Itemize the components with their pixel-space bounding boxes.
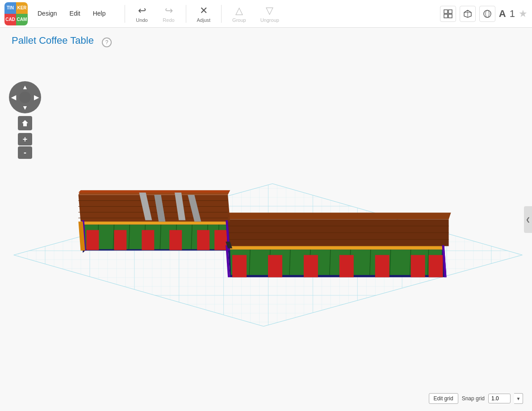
cube-icon — [463, 9, 472, 18]
3d-scene — [0, 28, 532, 411]
edit-grid-button[interactable]: Edit grid — [429, 393, 458, 404]
snap-grid-dropdown[interactable]: ▼ — [514, 393, 523, 404]
svg-rect-30 — [429, 255, 443, 277]
favorite-button[interactable]: ★ — [519, 8, 528, 20]
bottom-controls: Edit grid Snap grid ▼ — [429, 393, 523, 404]
svg-rect-3 — [448, 14, 452, 18]
group-icon: △ — [235, 5, 243, 17]
nav-down-arrow[interactable]: ▼ — [22, 104, 28, 111]
adjust-icon: ✕ — [200, 5, 208, 17]
adjust-button[interactable]: ✕ Adjust — [190, 2, 218, 25]
snap-grid-input[interactable] — [488, 394, 511, 403]
toolbar-divider-2 — [186, 5, 186, 23]
logo-tin: TIN — [4, 2, 16, 14]
ungroup-icon: ▽ — [266, 5, 273, 17]
project-title[interactable]: Pallet Coffee Table — [12, 35, 94, 46]
svg-point-8 — [486, 10, 489, 17]
svg-rect-53 — [214, 230, 227, 250]
logo-cam: CAM — [16, 14, 28, 25]
nav-edit[interactable]: Edit — [63, 0, 87, 28]
svg-rect-26 — [304, 255, 318, 277]
svg-rect-28 — [375, 255, 390, 277]
zoom-in-button[interactable]: + — [18, 133, 32, 145]
nav-help[interactable]: Help — [87, 0, 112, 28]
box-view-button[interactable] — [460, 6, 476, 22]
number-1-button[interactable]: 1 — [510, 8, 515, 20]
nav-design[interactable]: Design — [31, 0, 63, 28]
svg-point-7 — [484, 10, 491, 17]
nav-left-arrow[interactable]: ◀ — [11, 94, 16, 101]
undo-label: Undo — [136, 17, 147, 23]
undo-button[interactable]: ↩ Undo — [129, 2, 155, 25]
svg-marker-32 — [223, 213, 451, 220]
toolbar-actions: ↩ Undo ↪ Redo ✕ Adjust △ Group ▽ Ungroup — [129, 2, 440, 25]
logo-cad: CAD — [4, 14, 16, 25]
svg-rect-50 — [142, 230, 154, 250]
tinkercad-logo[interactable]: TIN KER CAD CAM — [4, 2, 28, 25]
zoom-controls: + - — [18, 133, 32, 159]
nav-right-arrow[interactable]: ▶ — [34, 94, 39, 101]
help-button[interactable]: ? — [102, 37, 112, 47]
nav-up-arrow[interactable]: ▲ — [22, 83, 28, 91]
svg-rect-24 — [232, 255, 247, 277]
home-button[interactable] — [18, 116, 32, 130]
svg-marker-73 — [22, 120, 28, 126]
svg-rect-51 — [169, 230, 182, 250]
nav-compass[interactable]: ▲ ▼ ◀ ▶ — [9, 81, 41, 113]
grid-view-button[interactable] — [440, 6, 456, 22]
zoom-out-button[interactable]: - — [18, 146, 32, 159]
svg-rect-49 — [114, 230, 126, 250]
panel-collapse-handle[interactable]: ❮ — [524, 206, 532, 233]
svg-rect-2 — [444, 14, 448, 18]
sphere-view-button[interactable] — [479, 6, 495, 22]
svg-rect-1 — [448, 10, 452, 13]
nav-controls: ▲ ▼ ◀ ▶ + - — [9, 81, 41, 159]
grid-icon — [444, 9, 452, 18]
canvas-area[interactable]: Pallet Coffee Table ? ▲ ▼ ◀ ▶ + - ❮ Edit… — [0, 28, 532, 411]
svg-marker-55 — [78, 195, 230, 222]
ungroup-label: Ungroup — [260, 17, 279, 23]
toolbar-right: A 1 ★ — [440, 6, 528, 22]
svg-rect-52 — [197, 230, 209, 250]
nav-center — [19, 91, 31, 103]
svg-rect-27 — [339, 255, 354, 277]
toolbar-divider-3 — [221, 5, 222, 23]
adjust-label: Adjust — [197, 17, 211, 23]
nav-menu: Design Edit Help — [31, 0, 112, 27]
svg-rect-48 — [86, 230, 99, 250]
group-label: Group — [232, 17, 246, 23]
redo-button[interactable]: ↪ Redo — [155, 2, 182, 25]
undo-icon: ↩ — [138, 5, 146, 17]
toolbar-divider — [125, 5, 125, 23]
snap-grid-label: Snap grid — [462, 395, 485, 402]
ungroup-button[interactable]: ▽ Ungroup — [253, 2, 286, 25]
letter-a-button[interactable]: A — [499, 8, 506, 20]
sphere-icon — [483, 9, 492, 18]
logo-ker: KER — [16, 2, 28, 14]
svg-rect-29 — [411, 255, 425, 277]
home-icon — [21, 119, 29, 127]
svg-marker-72 — [78, 191, 230, 193]
toolbar: TIN KER CAD CAM Design Edit Help ↩ Undo … — [0, 0, 532, 28]
redo-icon: ↪ — [165, 5, 173, 17]
redo-label: Redo — [163, 17, 174, 23]
svg-rect-0 — [444, 10, 448, 13]
group-button[interactable]: △ Group — [225, 2, 253, 25]
svg-rect-25 — [268, 255, 282, 277]
